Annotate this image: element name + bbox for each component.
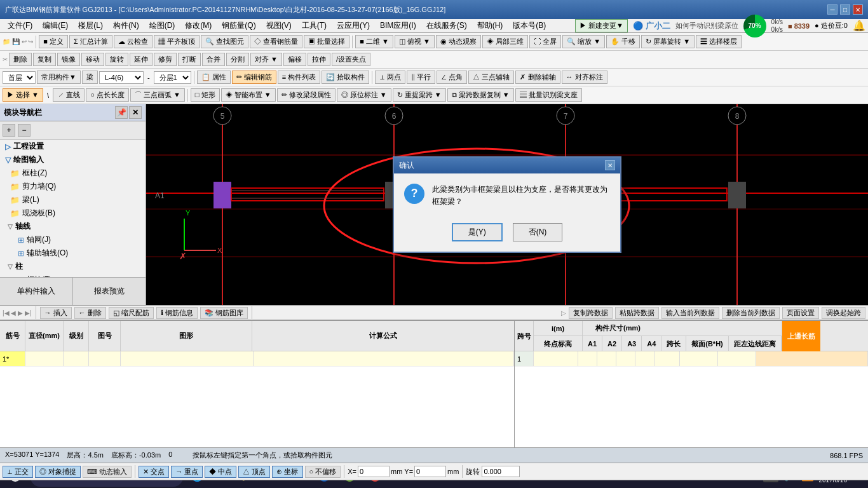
right-input-end-h[interactable] xyxy=(536,355,575,363)
delete-col-data-btn[interactable]: 删除当前列数据 xyxy=(722,307,780,319)
sidebar-pin-btn[interactable]: 📌 xyxy=(115,106,128,119)
x-input[interactable] xyxy=(358,466,390,477)
tree-item-slab[interactable]: 📁 现浇板(B) xyxy=(5,207,146,220)
re-beam-span-btn[interactable]: ↻ 重提梁跨 ▼ xyxy=(393,88,446,102)
property-btn[interactable]: 📋 属性 xyxy=(197,71,231,84)
align-btn[interactable]: 对齐 ▼ xyxy=(250,53,282,66)
cloud-check-btn[interactable]: ☁ 云检查 xyxy=(114,35,153,48)
layer-select[interactable]: 分层1 xyxy=(154,71,191,84)
section-draw-input[interactable]: ▽ 绘图输入 xyxy=(0,153,146,166)
tree-group-axis[interactable]: ▽ 轴线 xyxy=(5,220,146,233)
batch-select-btn[interactable]: ▣ 批量选择 xyxy=(304,35,349,48)
menu-draw[interactable]: 绘图(D) xyxy=(144,19,180,32)
merge-btn[interactable]: 合并 xyxy=(202,53,225,66)
view-rebar-btn[interactable]: ◇ 查看钢筋量 xyxy=(250,35,302,48)
tree-item-aux-axis[interactable]: ⊞ 辅助轴线(O) xyxy=(5,247,146,260)
rebar-info-btn[interactable]: ℹ 钢筋信息 xyxy=(156,307,198,319)
cell-grade[interactable] xyxy=(64,351,89,366)
trim-btn[interactable]: 修剪 xyxy=(154,53,177,66)
two-point-btn[interactable]: ⊥ 两点 xyxy=(375,71,405,84)
modify-beam-prop-btn[interactable]: ✏ 修改梁段属性 xyxy=(277,88,336,102)
sidebar-close-btn[interactable]: ✕ xyxy=(129,106,142,119)
right-cell-span-len[interactable] xyxy=(654,351,680,366)
select-btn[interactable]: ▶ 选择 ▼ xyxy=(3,88,43,102)
dialog-close-btn[interactable]: ✕ xyxy=(605,160,615,170)
pick-component-btn[interactable]: 🔄 拾取构件 xyxy=(322,71,369,84)
move-btn[interactable]: 移动 xyxy=(81,53,104,66)
copy-span-data-btn[interactable]: 复制跨数据 xyxy=(569,307,613,319)
beam-btn[interactable]: 梁 xyxy=(82,71,98,84)
birdview-btn[interactable]: ◫ 俯视 ▼ xyxy=(395,35,435,48)
page-setting-btn[interactable]: 页面设置 xyxy=(782,307,819,319)
right-cell-a4[interactable] xyxy=(635,351,654,366)
right-cell-a2[interactable] xyxy=(597,351,616,366)
dialog-no-btn[interactable]: 否(N) xyxy=(513,223,563,241)
insert-btn[interactable]: → 插入 xyxy=(40,307,72,319)
copy-btn[interactable]: 复制 xyxy=(33,53,56,66)
component-series-select[interactable]: L-4(6) xyxy=(99,71,144,84)
screen-rotate-btn[interactable]: ↻ 屏幕旋转 ▼ xyxy=(641,35,695,48)
close-btn[interactable]: ✕ xyxy=(853,4,863,15)
find-icon-btn[interactable]: 🔍 查找图元 xyxy=(201,35,248,48)
menu-help[interactable]: 帮助(H) xyxy=(472,19,508,32)
delete-axis-btn[interactable]: ✗ 删除辅轴 xyxy=(515,71,560,84)
dynamic-view-btn[interactable]: ◉ 动态观察 xyxy=(436,35,481,48)
swap-start-span-btn[interactable]: 调换起始跨 xyxy=(822,307,865,319)
menu-cloud[interactable]: 云应用(Y) xyxy=(332,19,375,32)
add-tool-btn[interactable]: + xyxy=(3,124,15,137)
rect-btn[interactable]: □ 矩形 xyxy=(191,88,220,102)
menu-rebar[interactable]: 钢筋量(Q) xyxy=(217,19,261,32)
new-change-btn[interactable]: ▶ 新建变更▼ xyxy=(575,19,628,32)
menu-tools[interactable]: 工具(T) xyxy=(297,19,332,32)
ortho-btn[interactable]: ⊥ 正交 xyxy=(3,466,33,478)
input-col-data-btn[interactable]: 输入当前列数据 xyxy=(661,307,719,319)
no-offset-btn[interactable]: ○ 不偏移 xyxy=(305,466,341,478)
right-cell-left-dist[interactable] xyxy=(718,351,756,366)
mirror-btn[interactable]: 镜像 xyxy=(57,53,80,66)
sum-btn[interactable]: Σ 汇总计算 xyxy=(69,35,112,48)
tree-item-beam-l[interactable]: 📁 梁(L) xyxy=(5,193,146,207)
canvas-area[interactable]: 5 6 7 8 A1 Y X xyxy=(146,104,868,305)
parallel-btn[interactable]: ∥ 平行 xyxy=(407,71,435,84)
window-controls[interactable]: ─ □ ✕ xyxy=(827,4,863,15)
zoom-btn[interactable]: 🔍 缩放 ▼ xyxy=(562,35,605,48)
single-component-btn[interactable]: 单构件输入 xyxy=(0,278,73,305)
rebar-library-btn[interactable]: 📚 钢筋图库 xyxy=(200,307,248,319)
right-cell-section[interactable] xyxy=(680,351,718,366)
right-cell-a1[interactable] xyxy=(578,351,597,366)
cross-snap-btn[interactable]: ✕ 交点 xyxy=(139,466,169,478)
maximize-btn[interactable]: □ xyxy=(840,4,850,15)
menu-edit[interactable]: 编辑(E) xyxy=(37,19,73,32)
endpoint-snap-btn[interactable]: → 重点 xyxy=(171,466,203,478)
level-board-btn[interactable]: ▦ 平齐板顶 xyxy=(154,35,200,48)
smart-layout-btn[interactable]: ◈ 智能布置 ▼ xyxy=(221,88,276,102)
minus-tool-btn[interactable]: − xyxy=(18,124,31,137)
extend-btn[interactable]: 延伸 xyxy=(130,53,153,66)
menu-online[interactable]: 在线服务(S) xyxy=(421,19,472,32)
menu-floor[interactable]: 楼层(L) xyxy=(73,19,108,32)
cell-drawing-shape[interactable] xyxy=(121,351,254,366)
define-btn[interactable]: ■ 定义 xyxy=(39,35,68,48)
tree-item-grid[interactable]: ⊞ 轴网(J) xyxy=(5,233,146,247)
menu-view[interactable]: 视图(V) xyxy=(261,19,297,32)
arc-btn[interactable]: ⌒ 三点画弧 ▼ xyxy=(130,88,185,102)
floor-select[interactable]: 首层 xyxy=(3,71,36,84)
coord-snap-btn[interactable]: ⊕ 坐标 xyxy=(272,466,302,478)
tree-item-zhuzhu[interactable]: 📁 框柱(Z) xyxy=(5,166,146,180)
minimize-btn[interactable]: ─ xyxy=(827,4,837,15)
paste-span-data-btn[interactable]: 粘贴跨数据 xyxy=(615,307,659,319)
original-mark-btn[interactable]: ◎ 原位标注 ▼ xyxy=(337,88,391,102)
cell-diameter[interactable] xyxy=(25,351,64,366)
section-project-settings[interactable]: ▷ 工程设置 xyxy=(0,140,146,153)
tree-item-jianliwall[interactable]: 📁 剪力墙(Q) xyxy=(5,180,146,193)
right-cell-end-h[interactable] xyxy=(534,351,578,366)
edit-rebar-btn[interactable]: ✏ 编辑钢筋 xyxy=(232,71,276,84)
scale-rebar-btn[interactable]: ◱ 缩尺配筋 xyxy=(109,307,154,319)
fullscreen-btn[interactable]: ⛶ 全屏 xyxy=(529,35,561,48)
object-snap-btn[interactable]: ◎ 对象捕捉 xyxy=(35,466,81,478)
line-btn[interactable]: ⟋ 直线 xyxy=(53,88,85,102)
delete-btn[interactable]: 删除 xyxy=(9,53,32,66)
dialog-yes-btn[interactable]: 是(Y) xyxy=(452,223,503,241)
2d-btn[interactable]: ■ 二维 ▼ xyxy=(355,35,393,48)
vertex-snap-btn[interactable]: △ 顶点 xyxy=(238,466,270,478)
